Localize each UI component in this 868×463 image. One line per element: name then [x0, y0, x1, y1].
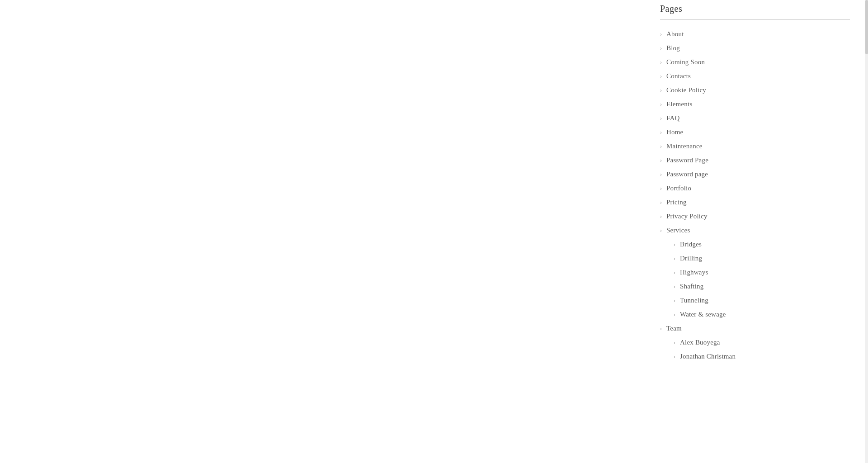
chevron-icon: ›: [674, 283, 675, 290]
chevron-icon: ›: [674, 297, 675, 304]
nav-label-team: Team: [666, 325, 682, 332]
nav-label-services: Services: [666, 227, 690, 234]
nav-item-cookie-policy[interactable]: › Cookie Policy: [660, 83, 850, 97]
nav-label-cookie-policy: Cookie Policy: [666, 86, 706, 94]
nav-item-elements[interactable]: › Elements: [660, 97, 850, 111]
nav-label-drilling: Drilling: [680, 255, 702, 262]
chevron-icon: ›: [674, 339, 675, 346]
nav-label-shafting: Shafting: [680, 283, 703, 290]
nav-item-about[interactable]: › About: [660, 27, 850, 41]
nav-item-pricing[interactable]: › Pricing: [660, 195, 850, 209]
nav-item-password-page-cap[interactable]: › Password Page: [660, 153, 850, 167]
nav-item-highways[interactable]: › Highways: [674, 265, 850, 279]
nav-item-jonathan-christman[interactable]: › Jonathan Christman: [674, 350, 850, 364]
nav-label-password-page: Password page: [666, 170, 708, 178]
nav-label-highways: Highways: [680, 269, 708, 276]
nav-label-about: About: [666, 30, 684, 38]
nav-label-password-page-cap: Password Page: [666, 156, 708, 164]
nav-item-faq[interactable]: › FAQ: [660, 111, 850, 125]
chevron-icon: ›: [660, 45, 662, 52]
chevron-icon: ›: [660, 185, 662, 192]
nav-label-tunneling: Tunneling: [680, 297, 708, 304]
chevron-icon: ›: [674, 353, 675, 360]
nav-item-bridges[interactable]: › Bridges: [674, 237, 850, 251]
chevron-icon: ›: [660, 101, 662, 108]
nav-item-water-sewage[interactable]: › Water & sewage: [674, 307, 850, 321]
nav-label-faq: FAQ: [666, 114, 680, 122]
nav-label-jonathan-christman: Jonathan Christman: [680, 353, 736, 360]
nav-item-services[interactable]: › Services: [660, 223, 850, 237]
pages-nav-list: › About › Blog › Coming Soon › Contacts …: [660, 27, 850, 364]
nav-item-drilling[interactable]: › Drilling: [674, 251, 850, 265]
nav-label-home: Home: [666, 128, 683, 136]
pages-sidebar: Pages › About › Blog › Coming Soon › Con…: [642, 0, 868, 382]
chevron-icon: ›: [660, 59, 662, 66]
chevron-icon: ›: [660, 115, 662, 122]
nav-label-pricing: Pricing: [666, 198, 687, 206]
nav-item-portfolio[interactable]: › Portfolio: [660, 181, 850, 195]
chevron-icon: ›: [674, 269, 675, 276]
nav-item-contacts[interactable]: › Contacts: [660, 69, 850, 83]
nav-item-shafting[interactable]: › Shafting: [674, 279, 850, 293]
nav-label-blog: Blog: [666, 44, 680, 52]
chevron-icon: ›: [660, 129, 662, 136]
scrollbar-track: [865, 0, 868, 463]
pages-title: Pages: [660, 4, 850, 20]
chevron-icon: ›: [674, 241, 675, 248]
nav-label-contacts: Contacts: [666, 72, 691, 80]
team-sub-list: › Alex Buoyega › Jonathan Christman: [660, 335, 850, 364]
nav-label-bridges: Bridges: [680, 241, 702, 248]
services-sub-list: › Bridges › Drilling › Highways › Shafti…: [660, 237, 850, 321]
nav-label-coming-soon: Coming Soon: [666, 58, 705, 66]
nav-item-blog[interactable]: › Blog: [660, 41, 850, 55]
chevron-icon: ›: [674, 255, 675, 262]
chevron-icon: ›: [660, 171, 662, 178]
scrollbar-thumb[interactable]: [865, 0, 868, 54]
nav-item-privacy-policy[interactable]: › Privacy Policy: [660, 209, 850, 223]
nav-item-password-page[interactable]: › Password page: [660, 167, 850, 181]
nav-label-maintenance: Maintenance: [666, 142, 703, 150]
nav-item-team-group: › Team › Alex Buoyega › Jonathan Christm…: [660, 321, 850, 364]
nav-item-home[interactable]: › Home: [660, 125, 850, 139]
chevron-icon: ›: [660, 87, 662, 94]
chevron-icon: ›: [660, 227, 662, 234]
nav-item-coming-soon[interactable]: › Coming Soon: [660, 55, 850, 69]
nav-label-alex-buoyega: Alex Buoyega: [680, 339, 720, 346]
chevron-icon: ›: [660, 199, 662, 206]
chevron-icon: ›: [660, 31, 662, 38]
nav-item-maintenance[interactable]: › Maintenance: [660, 139, 850, 153]
chevron-icon: ›: [660, 325, 662, 332]
chevron-icon: ›: [660, 73, 662, 80]
chevron-icon: ›: [660, 143, 662, 150]
nav-item-team[interactable]: › Team: [660, 321, 850, 335]
nav-label-privacy-policy: Privacy Policy: [666, 213, 708, 220]
chevron-icon: ›: [674, 311, 675, 318]
nav-label-portfolio: Portfolio: [666, 184, 691, 192]
chevron-icon: ›: [660, 157, 662, 164]
nav-label-water-sewage: Water & sewage: [680, 311, 726, 318]
nav-item-tunneling[interactable]: › Tunneling: [674, 293, 850, 307]
nav-item-services-group: › Services › Bridges › Drilling › Highwa…: [660, 223, 850, 321]
chevron-icon: ›: [660, 213, 662, 220]
nav-label-elements: Elements: [666, 100, 692, 108]
nav-item-alex-buoyega[interactable]: › Alex Buoyega: [674, 335, 850, 350]
